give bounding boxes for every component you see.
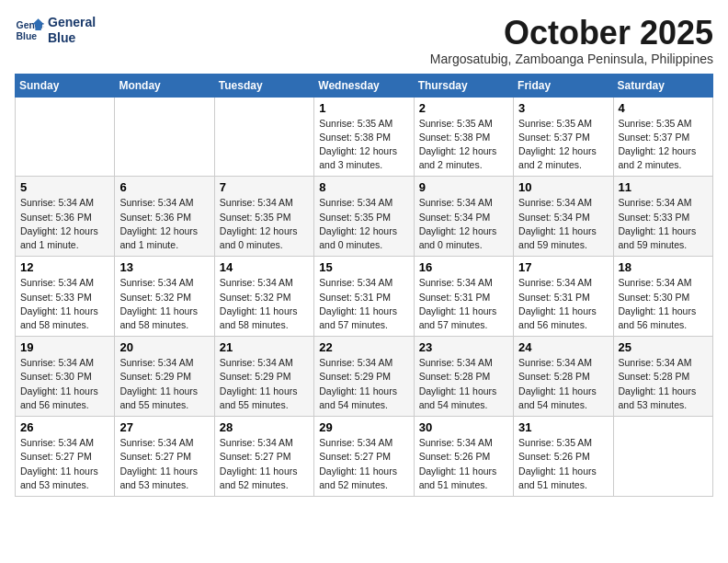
day-info: Sunrise: 5:34 AM Sunset: 5:33 PM Dayligh… bbox=[20, 276, 109, 332]
day-number: 6 bbox=[119, 180, 209, 194]
day-info: Sunrise: 5:34 AM Sunset: 5:27 PM Dayligh… bbox=[220, 436, 309, 492]
calendar-cell bbox=[16, 97, 115, 177]
day-info: Sunrise: 5:34 AM Sunset: 5:29 PM Dayligh… bbox=[220, 356, 309, 412]
calendar-cell: 26Sunrise: 5:34 AM Sunset: 5:27 PM Dayli… bbox=[16, 417, 115, 497]
day-info: Sunrise: 5:34 AM Sunset: 5:33 PM Dayligh… bbox=[619, 196, 708, 252]
location-subtitle: Margosatubig, Zamboanga Peninsula, Phili… bbox=[430, 52, 713, 66]
day-info: Sunrise: 5:35 AM Sunset: 5:37 PM Dayligh… bbox=[619, 117, 708, 173]
calendar-cell bbox=[613, 417, 712, 497]
calendar-cell bbox=[214, 97, 313, 177]
day-info: Sunrise: 5:34 AM Sunset: 5:31 PM Dayligh… bbox=[419, 276, 508, 332]
calendar-cell: 20Sunrise: 5:34 AM Sunset: 5:29 PM Dayli… bbox=[115, 337, 214, 417]
calendar-cell: 18Sunrise: 5:34 AM Sunset: 5:30 PM Dayli… bbox=[613, 257, 712, 337]
weekday-header-monday: Monday bbox=[115, 74, 214, 97]
calendar-week-row: 26Sunrise: 5:34 AM Sunset: 5:27 PM Dayli… bbox=[16, 417, 713, 497]
calendar-week-row: 19Sunrise: 5:34 AM Sunset: 5:30 PM Dayli… bbox=[16, 337, 713, 417]
day-info: Sunrise: 5:34 AM Sunset: 5:31 PM Dayligh… bbox=[319, 276, 408, 332]
day-info: Sunrise: 5:34 AM Sunset: 5:28 PM Dayligh… bbox=[419, 356, 508, 412]
day-info: Sunrise: 5:34 AM Sunset: 5:32 PM Dayligh… bbox=[220, 276, 309, 332]
calendar-cell: 27Sunrise: 5:34 AM Sunset: 5:27 PM Dayli… bbox=[115, 417, 214, 497]
day-number: 23 bbox=[419, 340, 508, 354]
calendar-cell: 22Sunrise: 5:34 AM Sunset: 5:29 PM Dayli… bbox=[314, 337, 414, 417]
day-info: Sunrise: 5:34 AM Sunset: 5:36 PM Dayligh… bbox=[20, 196, 109, 252]
logo: General Blue General Blue bbox=[15, 15, 96, 46]
day-number: 10 bbox=[518, 180, 608, 194]
calendar-cell: 10Sunrise: 5:34 AM Sunset: 5:34 PM Dayli… bbox=[514, 177, 613, 257]
day-info: Sunrise: 5:34 AM Sunset: 5:35 PM Dayligh… bbox=[319, 196, 408, 252]
day-info: Sunrise: 5:34 AM Sunset: 5:29 PM Dayligh… bbox=[119, 356, 209, 412]
weekday-header-saturday: Saturday bbox=[613, 74, 712, 97]
page-header: General Blue General Blue October 2025 M… bbox=[15, 15, 713, 66]
calendar-cell: 25Sunrise: 5:34 AM Sunset: 5:28 PM Dayli… bbox=[613, 337, 712, 417]
calendar-cell: 2Sunrise: 5:35 AM Sunset: 5:38 PM Daylig… bbox=[414, 97, 513, 177]
day-info: Sunrise: 5:34 AM Sunset: 5:35 PM Dayligh… bbox=[220, 196, 309, 252]
day-number: 25 bbox=[619, 340, 708, 354]
calendar-cell: 8Sunrise: 5:34 AM Sunset: 5:35 PM Daylig… bbox=[314, 177, 414, 257]
month-title: October 2025 bbox=[430, 15, 713, 52]
calendar-cell: 23Sunrise: 5:34 AM Sunset: 5:28 PM Dayli… bbox=[414, 337, 513, 417]
day-number: 15 bbox=[319, 260, 408, 274]
day-number: 26 bbox=[20, 420, 109, 434]
day-info: Sunrise: 5:34 AM Sunset: 5:29 PM Dayligh… bbox=[319, 356, 408, 412]
day-info: Sunrise: 5:35 AM Sunset: 5:38 PM Dayligh… bbox=[419, 117, 508, 173]
calendar-cell bbox=[115, 97, 214, 177]
day-number: 27 bbox=[119, 420, 209, 434]
logo-text-line1: General bbox=[48, 15, 96, 30]
day-number: 7 bbox=[220, 180, 309, 194]
day-number: 29 bbox=[319, 420, 408, 434]
day-info: Sunrise: 5:34 AM Sunset: 5:30 PM Dayligh… bbox=[20, 356, 109, 412]
day-number: 24 bbox=[518, 340, 608, 354]
weekday-header-wednesday: Wednesday bbox=[314, 74, 414, 97]
calendar-cell: 7Sunrise: 5:34 AM Sunset: 5:35 PM Daylig… bbox=[214, 177, 313, 257]
calendar-week-row: 1Sunrise: 5:35 AM Sunset: 5:38 PM Daylig… bbox=[16, 97, 713, 177]
calendar-cell: 29Sunrise: 5:34 AM Sunset: 5:27 PM Dayli… bbox=[314, 417, 414, 497]
day-info: Sunrise: 5:34 AM Sunset: 5:28 PM Dayligh… bbox=[518, 356, 608, 412]
day-info: Sunrise: 5:34 AM Sunset: 5:34 PM Dayligh… bbox=[518, 196, 608, 252]
day-number: 1 bbox=[319, 101, 408, 115]
logo-text-line2: Blue bbox=[48, 30, 96, 46]
day-number: 18 bbox=[619, 260, 708, 274]
calendar-cell: 17Sunrise: 5:34 AM Sunset: 5:31 PM Dayli… bbox=[514, 257, 613, 337]
day-number: 4 bbox=[619, 101, 708, 115]
day-number: 20 bbox=[119, 340, 209, 354]
day-info: Sunrise: 5:34 AM Sunset: 5:26 PM Dayligh… bbox=[419, 436, 508, 492]
logo-icon: General Blue bbox=[15, 16, 44, 45]
day-info: Sunrise: 5:34 AM Sunset: 5:28 PM Dayligh… bbox=[619, 356, 708, 412]
day-number: 19 bbox=[20, 340, 109, 354]
day-number: 5 bbox=[20, 180, 109, 194]
day-number: 22 bbox=[319, 340, 408, 354]
day-number: 21 bbox=[220, 340, 309, 354]
calendar-cell: 6Sunrise: 5:34 AM Sunset: 5:36 PM Daylig… bbox=[115, 177, 214, 257]
day-number: 28 bbox=[220, 420, 309, 434]
day-number: 13 bbox=[119, 260, 209, 274]
day-number: 2 bbox=[419, 101, 508, 115]
day-info: Sunrise: 5:35 AM Sunset: 5:26 PM Dayligh… bbox=[518, 436, 608, 492]
calendar-cell: 16Sunrise: 5:34 AM Sunset: 5:31 PM Dayli… bbox=[414, 257, 513, 337]
day-info: Sunrise: 5:34 AM Sunset: 5:32 PM Dayligh… bbox=[119, 276, 209, 332]
title-block: October 2025 Margosatubig, Zamboanga Pen… bbox=[430, 15, 713, 66]
day-number: 30 bbox=[419, 420, 508, 434]
weekday-header-friday: Friday bbox=[514, 74, 613, 97]
day-info: Sunrise: 5:34 AM Sunset: 5:27 PM Dayligh… bbox=[20, 436, 109, 492]
day-number: 16 bbox=[419, 260, 508, 274]
day-number: 17 bbox=[518, 260, 608, 274]
calendar-table: SundayMondayTuesdayWednesdayThursdayFrid… bbox=[15, 74, 713, 497]
calendar-cell: 30Sunrise: 5:34 AM Sunset: 5:26 PM Dayli… bbox=[414, 417, 513, 497]
calendar-cell: 3Sunrise: 5:35 AM Sunset: 5:37 PM Daylig… bbox=[514, 97, 613, 177]
calendar-header-row: SundayMondayTuesdayWednesdayThursdayFrid… bbox=[16, 74, 713, 97]
calendar-cell: 12Sunrise: 5:34 AM Sunset: 5:33 PM Dayli… bbox=[16, 257, 115, 337]
day-info: Sunrise: 5:34 AM Sunset: 5:27 PM Dayligh… bbox=[119, 436, 209, 492]
day-info: Sunrise: 5:35 AM Sunset: 5:38 PM Dayligh… bbox=[319, 117, 408, 173]
day-number: 9 bbox=[419, 180, 508, 194]
day-info: Sunrise: 5:34 AM Sunset: 5:30 PM Dayligh… bbox=[619, 276, 708, 332]
calendar-cell: 28Sunrise: 5:34 AM Sunset: 5:27 PM Dayli… bbox=[214, 417, 313, 497]
weekday-header-sunday: Sunday bbox=[16, 74, 115, 97]
calendar-cell: 19Sunrise: 5:34 AM Sunset: 5:30 PM Dayli… bbox=[16, 337, 115, 417]
day-info: Sunrise: 5:34 AM Sunset: 5:36 PM Dayligh… bbox=[119, 196, 209, 252]
day-info: Sunrise: 5:34 AM Sunset: 5:34 PM Dayligh… bbox=[419, 196, 508, 252]
day-number: 14 bbox=[220, 260, 309, 274]
calendar-week-row: 5Sunrise: 5:34 AM Sunset: 5:36 PM Daylig… bbox=[16, 177, 713, 257]
day-number: 11 bbox=[619, 180, 708, 194]
svg-text:Blue: Blue bbox=[17, 30, 38, 40]
day-number: 31 bbox=[518, 420, 608, 434]
